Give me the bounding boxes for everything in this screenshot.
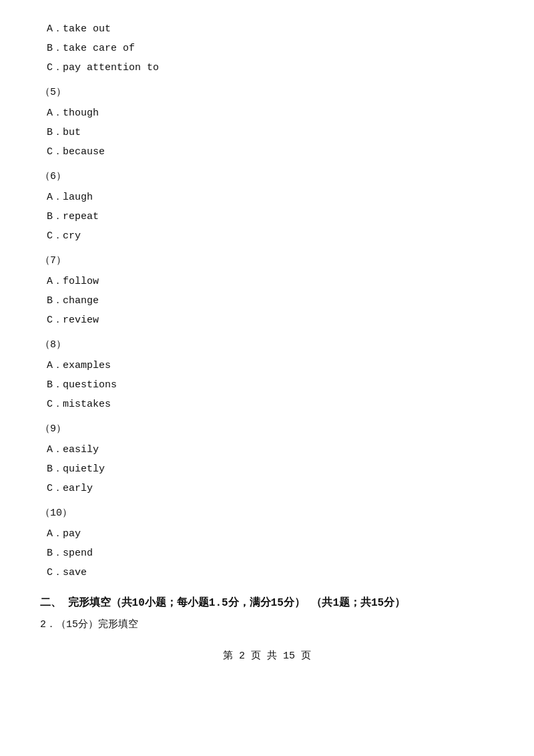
q9-option-b: B．quietly	[47, 460, 494, 478]
q9-number: （9）	[40, 420, 494, 438]
q5-option-a: A．though	[47, 104, 494, 122]
q6-option-b: B．repeat	[47, 208, 494, 226]
q4-option-c: C．pay attention to	[47, 59, 494, 77]
q4-option-a: A．take out	[47, 20, 494, 38]
q7-group: （7） A．follow B．change C．review	[40, 252, 494, 329]
q10-option-a: A．pay	[47, 525, 494, 543]
q10-number: （10）	[40, 504, 494, 522]
q7-option-b: B．change	[47, 292, 494, 310]
page-footer: 第 2 页 共 15 页	[40, 647, 494, 665]
q6-number: （6）	[40, 168, 494, 186]
q8-option-c: C．mistakes	[47, 395, 494, 413]
q8-option-b: B．questions	[47, 376, 494, 394]
sub-question-label: 2．（15分）完形填空	[40, 616, 494, 634]
q8-group: （8） A．examples B．questions C．mistakes	[40, 336, 494, 413]
q6-option-c: C．cry	[47, 227, 494, 245]
q5-number: （5）	[40, 83, 494, 102]
q9-option-a: A．easily	[47, 441, 494, 459]
q10-group: （10） A．pay B．spend C．save	[40, 504, 494, 582]
q8-option-a: A．examples	[47, 357, 494, 375]
q4-options-group: A．take out B．take care of C．pay attentio…	[40, 20, 494, 77]
q8-number: （8）	[40, 336, 494, 354]
q10-option-b: B．spend	[47, 544, 494, 562]
q6-option-a: A．laugh	[47, 188, 494, 206]
q4-option-b: B．take care of	[47, 39, 494, 57]
q5-group: （5） A．though B．but C．because	[40, 83, 494, 161]
q9-option-c: C．early	[47, 480, 494, 498]
q5-option-b: B．but	[47, 124, 494, 142]
q9-group: （9） A．easily B．quietly C．early	[40, 420, 494, 498]
q7-option-c: C．review	[47, 311, 494, 329]
q5-option-c: C．because	[47, 143, 494, 161]
q7-number: （7）	[40, 252, 494, 270]
q7-option-a: A．follow	[47, 272, 494, 291]
q6-group: （6） A．laugh B．repeat C．cry	[40, 168, 494, 245]
section-title: 二、 完形填空（共10小题；每小题1.5分，满分15分） （共1题；共15分）	[40, 594, 494, 613]
q10-option-c: C．save	[47, 564, 494, 582]
